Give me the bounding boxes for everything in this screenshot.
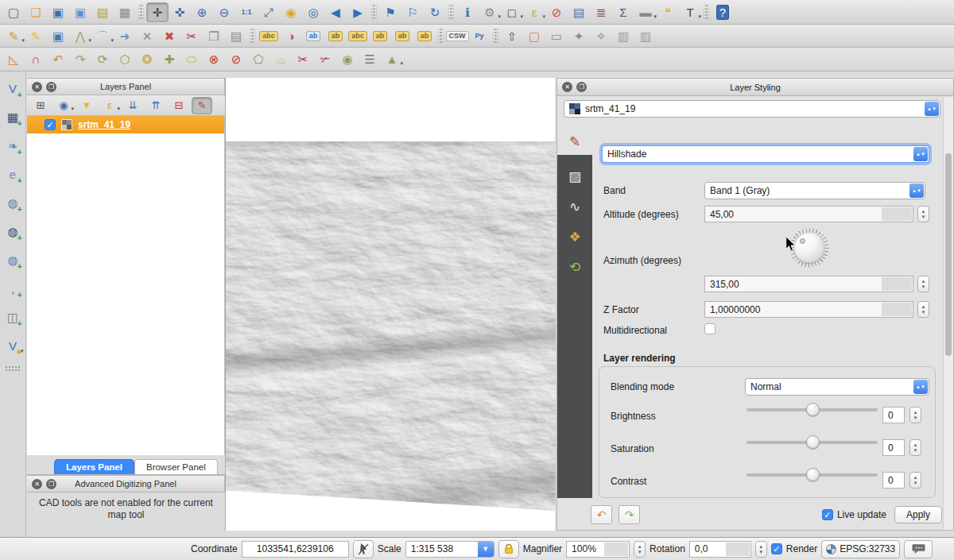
combo-spinner-icon[interactable]: ▲▼ (909, 183, 924, 198)
text-annotation[interactable]: T (679, 2, 701, 22)
layer-selector-combo[interactable]: srtm_41_19 ▲▼ (564, 100, 940, 118)
dial-knob[interactable] (794, 233, 824, 263)
tab-layers-panel[interactable]: Layers Panel (54, 459, 134, 474)
add-wms-layer[interactable]: ◍ (2, 221, 24, 242)
split-features[interactable]: ✂ (292, 49, 314, 69)
expand-all[interactable]: ⇊ (122, 97, 143, 114)
apply-button[interactable]: Apply (894, 506, 942, 523)
remove-layer[interactable]: ⊟ (169, 97, 189, 114)
copy-features[interactable]: ❐ (203, 26, 225, 46)
azimuth-stepper[interactable] (917, 276, 929, 292)
python-console[interactable]: Py (468, 26, 491, 46)
manage-map-themes[interactable]: ◉ (53, 97, 74, 114)
add-wfs-layer[interactable]: ◍ (2, 249, 24, 271)
select-by-expression[interactable]: ε (523, 2, 545, 22)
messages-button[interactable] (904, 540, 933, 558)
live-update-checkbox[interactable] (822, 509, 833, 520)
magnifier-field[interactable]: 100% (566, 541, 630, 558)
change-label[interactable]: ab (413, 26, 436, 46)
cad-tools[interactable]: ◺ (2, 49, 25, 69)
add-mssql-layer[interactable]: ◍ (2, 192, 24, 214)
cut-features[interactable]: ✂ (180, 26, 203, 46)
altitude-stepper[interactable] (917, 206, 929, 222)
add-spatialite-layer[interactable]: ❧ (2, 135, 24, 156)
combo-spinner-icon[interactable]: ▲▼ (925, 102, 939, 116)
undo[interactable]: ↶ (47, 49, 69, 69)
rotate-feature[interactable]: ⟳ (91, 49, 114, 69)
slider-handle[interactable] (806, 403, 820, 416)
layer-diagram[interactable]: ◑ (280, 26, 302, 46)
brightness-value[interactable]: 0 (882, 407, 905, 423)
coordinate-field[interactable]: 1033541,6239106 (242, 541, 349, 558)
select-features[interactable]: ◻ (501, 2, 523, 22)
saturation-stepper[interactable] (909, 439, 921, 456)
paste-features[interactable]: ▤ (225, 26, 247, 46)
project-save[interactable]: ▣ (47, 2, 69, 22)
zoom-to-selection[interactable]: ◉ (280, 2, 302, 22)
unpin-labels[interactable]: ab (324, 26, 347, 46)
reshape-features[interactable]: ⬠ (247, 49, 270, 69)
zfactor-stepper[interactable] (917, 301, 929, 318)
history-tab[interactable]: ⟲ (557, 252, 592, 282)
azimuth-dial[interactable] (794, 233, 824, 263)
new-geopackage-layer[interactable]: ◫ (2, 307, 24, 328)
pan-map[interactable]: ✛ (146, 2, 169, 22)
select-extent-plugin[interactable]: ▢ (523, 26, 545, 46)
add-circular-string[interactable]: ⌒ (91, 26, 114, 46)
save-layer-edits[interactable]: ▣ (47, 26, 69, 46)
current-edits[interactable]: ✎ (2, 26, 25, 46)
add-group[interactable]: ⊞ (30, 97, 51, 114)
chevron-down-icon[interactable]: ▼ (478, 542, 494, 557)
simplify-feature[interactable]: ⬡ (114, 49, 136, 69)
fill-ring[interactable]: ⬭ (180, 49, 203, 69)
rotation-field[interactable]: 0,0 (689, 541, 751, 558)
add-postgis-layer[interactable]: e (2, 164, 24, 185)
zoom-native[interactable]: 1:1 (235, 2, 258, 22)
redo[interactable]: ↷ (69, 49, 91, 69)
zoom-next[interactable]: ▶ (347, 2, 369, 22)
show-bookmarks[interactable]: ⚐ (401, 2, 424, 22)
auto-style[interactable]: ✧ (590, 26, 612, 46)
new-bookmark[interactable]: ⚑ (379, 2, 401, 22)
toggle-editing[interactable]: ✎ (25, 26, 47, 46)
filter-by-expression[interactable]: ε (99, 97, 120, 114)
transparency-tab[interactable]: ▨ (557, 161, 592, 191)
pin-labels[interactable]: ab (302, 26, 324, 46)
zoom-last[interactable]: ◀ (324, 2, 347, 22)
symbology-tab[interactable]: ✎ (557, 128, 592, 155)
scale-combo[interactable]: 1:315 538 ▼ (405, 541, 494, 558)
identify-features[interactable]: ℹ (456, 2, 479, 22)
altitude-field[interactable]: 45,00 (704, 206, 913, 222)
saturation-slider[interactable] (747, 441, 878, 444)
histogram-tab[interactable]: ∿ (557, 191, 592, 222)
layer-item-srtm-41-19[interactable]: srtm_41_19 (27, 116, 224, 133)
mouse-tracking-button[interactable] (353, 540, 374, 558)
highlight-pinned-labels[interactable]: abc (347, 26, 369, 46)
new-shapefile-layer[interactable]: V (2, 335, 24, 357)
combo-spinner-icon[interactable]: ▲▼ (913, 147, 928, 161)
contrast-stepper[interactable] (909, 472, 921, 489)
refresh-map[interactable]: ↻ (424, 2, 446, 22)
brightness-slider[interactable] (747, 408, 878, 411)
new-print-layout[interactable]: ▤ (91, 2, 114, 22)
multi-edit-attributes[interactable]: ☰ (359, 49, 381, 69)
add-part[interactable]: ✚ (158, 49, 180, 69)
zfactor-field[interactable]: 1,00000000 (704, 301, 913, 318)
offset-curve[interactable]: ⌓ (270, 49, 292, 69)
scrollbar-thumb[interactable] (945, 153, 952, 356)
crs-button[interactable]: EPSG:32733 (821, 540, 900, 558)
multidirectional-checkbox[interactable] (704, 323, 716, 334)
collapse-all[interactable]: ⇈ (145, 97, 166, 114)
slider-handle[interactable] (806, 468, 820, 481)
combo-spinner-icon[interactable]: ▲▼ (913, 380, 928, 394)
merge-features[interactable]: ◉ (336, 49, 359, 69)
open-attribute-table[interactable]: ▤ (568, 2, 590, 22)
measure[interactable]: ▬ (634, 2, 657, 22)
move-label[interactable]: ab (369, 26, 391, 46)
run-feature-action[interactable]: ⚙ (479, 2, 501, 22)
rotate-label[interactable]: ab (391, 26, 413, 46)
map-tips[interactable]: ❝ (657, 2, 679, 22)
renderer-combo[interactable]: Hillshade ▲▼ (602, 145, 929, 163)
saturation-value[interactable]: 0 (882, 439, 905, 456)
add-feature[interactable]: ⋀ (69, 26, 91, 46)
